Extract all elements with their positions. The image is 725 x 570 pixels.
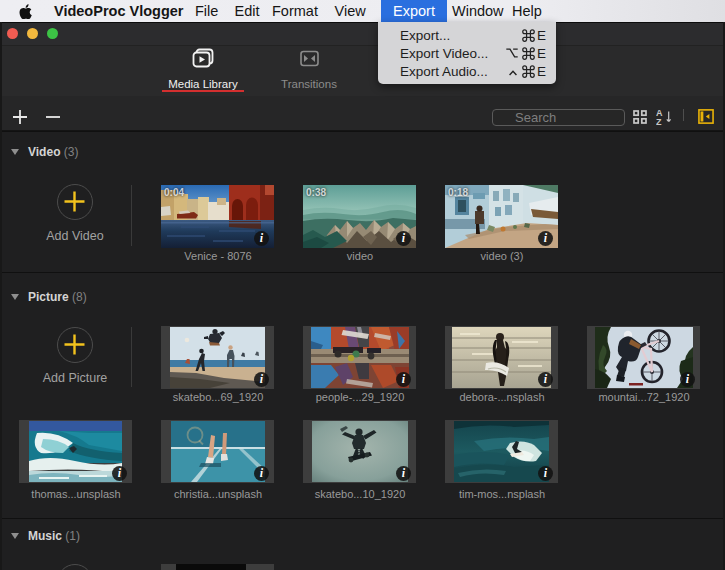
svg-text:Z: Z xyxy=(656,117,662,126)
